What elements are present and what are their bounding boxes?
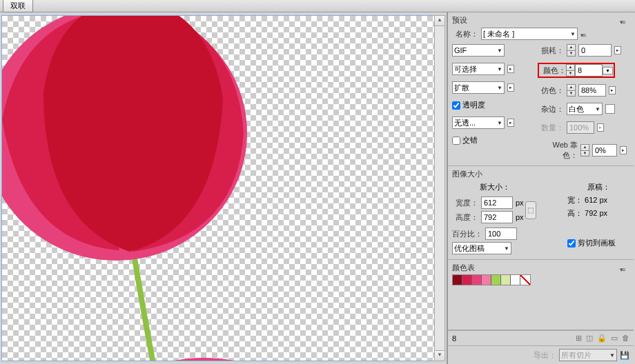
preset-panel: 预设 名称： [ 未命名 ]▼ GIF▼ 可选择▼ ▸ (448, 12, 634, 166)
colors-highlight: 颜色： ▲▼ ▼ (538, 63, 615, 78)
reduction-flyout-icon[interactable]: ▸ (507, 65, 514, 73)
swatch-3[interactable] (472, 275, 482, 285)
optimize-select[interactable]: 优化图稿▼ (452, 242, 511, 254)
tulip-artwork (1, 15, 285, 361)
height-unit: px (516, 213, 524, 221)
percent-label: 百分比： (452, 229, 482, 239)
preset-options-icon[interactable] (580, 30, 590, 37)
name-label: 名称： (452, 29, 478, 39)
preview-canvas[interactable] (1, 15, 435, 361)
snap-web-icon[interactable]: ⊞ (576, 334, 582, 343)
export-select: 所有切片▼ (559, 349, 617, 361)
clip-checkbox[interactable]: 剪切到画板 (567, 238, 616, 248)
swatch-5[interactable] (491, 275, 501, 285)
width-input[interactable] (481, 196, 513, 209)
colors-input[interactable] (575, 64, 603, 77)
orig-height: 高： 792 px (567, 208, 629, 219)
swatch-2[interactable] (462, 275, 472, 285)
swatch-1[interactable] (453, 275, 462, 285)
preset-name-select[interactable]: [ 未命名 ]▼ (481, 28, 578, 40)
swatch-7[interactable] (511, 275, 520, 285)
colortable-title: 颜色表 (452, 263, 475, 273)
dither-pct-input[interactable] (578, 84, 606, 97)
colors-label: 颜色： (540, 65, 566, 76)
panel-footer: 8 ⊞ ◫ 🔒 ▭ 🗑 (448, 330, 634, 345)
percent-input[interactable] (485, 228, 517, 240)
reduction-select[interactable]: 可选择▼ (452, 63, 505, 75)
vertical-scrollbar[interactable]: ▲ ▼ (434, 15, 445, 361)
colors-dropdown-icon[interactable]: ▼ (603, 67, 613, 74)
matte-color-swatch[interactable] (605, 104, 615, 114)
newsize-label: 新大小： (480, 182, 560, 192)
lock-color-icon[interactable]: 🔒 (597, 334, 607, 343)
dither-flyout-icon[interactable]: ▸ (507, 83, 514, 92)
delete-color-icon[interactable]: 🗑 (622, 334, 629, 343)
preset-title: 预设 (452, 15, 467, 26)
dither-pct-stepper[interactable]: ▲▼ (567, 84, 576, 97)
scroll-up-button[interactable]: ▲ (435, 16, 444, 26)
imagesize-title: 图像大小 (452, 169, 482, 179)
original-title: 原稿： (567, 182, 629, 192)
width-unit: px (516, 199, 524, 207)
matte-select[interactable]: 白色▼ (567, 103, 603, 115)
height-input[interactable] (481, 211, 513, 223)
websnap-flyout-icon[interactable]: ▸ (620, 146, 627, 154)
map-transparent-icon[interactable]: ◫ (586, 334, 593, 343)
loss-input[interactable] (578, 44, 612, 57)
websnap-stepper[interactable]: ▲▼ (580, 144, 589, 156)
swatch-4[interactable] (482, 275, 491, 285)
colortable-panel: 颜色表 (448, 260, 634, 330)
imagesize-panel: 图像大小 新大小： 宽度： px 高度： (448, 166, 634, 260)
scroll-down-button[interactable]: ▼ (435, 350, 444, 361)
loss-flyout-icon[interactable]: ▸ (614, 46, 621, 54)
format-select[interactable]: GIF▼ (452, 44, 505, 57)
colors-stepper[interactable]: ▲▼ (566, 64, 575, 77)
canvas-area: ▲ ▼ (0, 12, 447, 364)
color-count: 8 (452, 334, 456, 343)
amount-input (567, 121, 594, 134)
export-footer: 导出： 所有切片▼ 💾 (448, 345, 634, 364)
width-label: 宽度： (452, 198, 478, 208)
swatch-6[interactable] (501, 275, 511, 285)
dither-pct-label: 仿色： (538, 85, 564, 96)
new-color-icon[interactable]: ▭ (611, 334, 618, 343)
export-save-icon[interactable]: 💾 (620, 351, 629, 360)
loss-stepper[interactable]: ▲▼ (567, 44, 576, 57)
trans-dither-select[interactable]: 无透...▼ (452, 117, 505, 129)
loss-label: 损耗： (538, 46, 564, 56)
export-label: 导出： (534, 350, 556, 361)
dither-pct-flyout-icon[interactable]: ▸ (609, 86, 616, 94)
websnap-label: Web 靠色： (538, 140, 578, 161)
matte-label: 杂边： (538, 104, 564, 114)
interlace-checkbox[interactable]: 交错 (452, 135, 478, 145)
panel-menu-icon[interactable] (620, 17, 629, 24)
amount-flyout-icon: ▸ (597, 123, 604, 132)
height-label: 高度： (452, 212, 478, 223)
amount-label: 数量： (538, 123, 564, 133)
trans-dither-flyout-icon[interactable]: ▸ (507, 119, 514, 127)
swatch-8[interactable] (520, 275, 530, 285)
tab-dual-view[interactable]: 双联 (3, 0, 33, 12)
websnap-input[interactable] (592, 144, 617, 156)
constrain-link-icon[interactable]: ⬚ (525, 201, 536, 219)
orig-width: 宽： 612 px (567, 195, 629, 205)
colortable-menu-icon[interactable] (620, 265, 629, 272)
color-swatches[interactable] (452, 274, 531, 285)
transparency-checkbox[interactable]: 透明度 (452, 100, 485, 110)
dither-select[interactable]: 扩散▼ (452, 81, 505, 94)
